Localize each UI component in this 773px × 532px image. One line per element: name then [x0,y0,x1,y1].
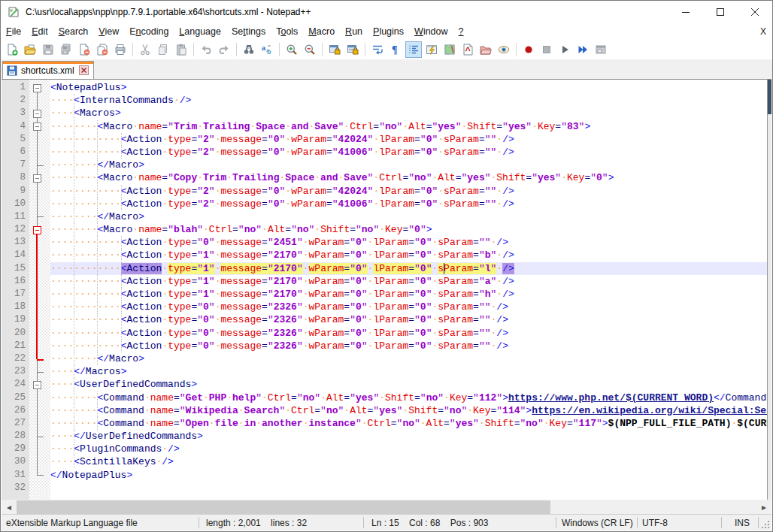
close-all-button[interactable] [94,41,111,58]
fold-collapse-icon[interactable] [33,122,41,131]
code-text[interactable]: ············<Action·type="0"·message="23… [50,340,771,352]
status-encoding[interactable]: UTF-8 [642,515,668,531]
fold-collapse-icon[interactable] [33,226,41,234]
code-text[interactable]: ········</Macro> [50,159,771,171]
code-text[interactable]: ············<Action·type="0"·message="23… [50,301,771,313]
new-file-button[interactable] [4,41,20,58]
code-text[interactable]: ············<Action·type="1"·message="21… [50,249,771,261]
status-insert-mode[interactable]: INS [735,515,750,531]
macro-play-button[interactable] [556,41,573,58]
code-text[interactable]: ········</Macro> [50,352,771,365]
code-text[interactable]: ········<Command·name="Get·PHP·help"·Ctr… [50,391,771,404]
code-text[interactable]: ····</Macros> [50,365,771,378]
menu-item-macro[interactable]: Macro [303,24,340,39]
code-text[interactable]: ············<Action·type="1"·message="21… [50,288,771,301]
code-text[interactable]: ····<PluginCommands·/> [50,443,771,455]
menu-item-language[interactable]: Language [174,24,226,39]
undo-button[interactable] [198,41,214,58]
code-text[interactable]: ····</UserDefinedCommands> [50,430,771,443]
paste-button[interactable] [173,41,189,58]
tab-close-icon[interactable] [79,65,89,75]
horizontal-scrollbar-thumb[interactable] [17,500,550,514]
menu-item-settings[interactable]: Settings [226,24,271,39]
code-text[interactable]: ····<UserDefinedCommands> [50,378,771,391]
menu-item-help[interactable]: ? [453,24,469,39]
show-all-characters-button[interactable]: ¶ [387,41,404,58]
code-text[interactable]: ········<Macro·name="blah"·Ctrl="no"·Alt… [50,223,771,236]
menu-item-tools[interactable]: Tools [271,24,303,39]
save-all-button[interactable] [58,41,74,58]
code-text[interactable]: ············<Action·type="2"·message="0"… [50,185,771,198]
menubar-close-document-button[interactable]: X [760,26,766,37]
replace-button[interactable]: ab [259,41,275,58]
macro-stop-button[interactable] [538,41,555,58]
code-text[interactable]: ········<Macro·name="Trim·Trailing·Space… [50,120,771,133]
code-text[interactable]: ············<Action·type="1"·message="21… [50,262,771,275]
menu-item-view[interactable]: View [93,24,124,39]
show-indent-guide-button[interactable] [405,41,422,58]
fold-collapse-icon[interactable] [33,84,41,92]
code-text[interactable]: ····<InternalCommands·/> [50,94,771,107]
sync-horizontal-button[interactable] [344,41,361,58]
code-text[interactable]: ····<Macros> [50,107,771,119]
document-map-button[interactable] [441,41,458,58]
open-file-button[interactable] [22,41,38,58]
user-defined-dialog-button[interactable] [423,41,440,58]
vertical-scrollbar[interactable] [767,80,771,500]
function-list-button[interactable] [459,41,476,58]
monitoring-button[interactable] [496,41,512,58]
folder-as-workspace-button[interactable] [477,41,494,58]
scroll-right-arrow[interactable]: ▸ [756,500,771,515]
menu-item-edit[interactable]: Edit [26,24,53,39]
code-text[interactable]: ············<Action·type="0"·message="23… [50,313,771,326]
fold-margin-cell[interactable] [29,223,50,236]
code-text[interactable]: <NotepadPlus> [50,81,771,94]
minimize-button[interactable] [668,1,703,23]
code-text[interactable]: ············<Action·type="0"·message="23… [50,327,771,340]
code-text[interactable]: ····<ScintillaKeys·/> [50,455,771,468]
fold-margin-cell[interactable] [29,378,50,391]
code-text[interactable]: </NotepadPlus> [50,469,771,482]
fold-margin-cell[interactable] [29,81,50,94]
save-file-button[interactable] [40,41,56,58]
copy-button[interactable] [155,41,171,58]
print-button[interactable] [112,41,129,58]
code-text[interactable]: ············<Action·type="2"·message="0"… [50,198,771,210]
menu-item-file[interactable]: File [1,24,26,39]
menu-item-run[interactable]: Run [340,24,368,39]
redo-button[interactable] [216,41,232,58]
word-wrap-button[interactable] [369,41,386,58]
fold-margin-cell[interactable] [29,120,50,133]
scroll-left-arrow[interactable]: ◂ [2,500,17,515]
menu-item-window[interactable]: Window [409,24,453,39]
code-text[interactable]: ············<Action·type="2"·message="0"… [50,146,771,159]
menu-item-search[interactable]: Search [53,24,94,39]
zoom-out-button[interactable] [302,41,318,58]
macro-save-button[interactable] [593,41,609,58]
fold-margin-cell[interactable] [29,107,50,119]
code-text[interactable]: ············<Action·type="1"·message="21… [50,275,771,288]
code-text[interactable]: ············<Action·type="0"·message="24… [50,236,771,249]
zoom-in-button[interactable] [283,41,300,58]
cut-button[interactable] [137,41,153,58]
code-text[interactable] [50,482,771,494]
status-eol-format[interactable]: Windows (CR LF) [562,515,633,531]
resize-grip[interactable] [761,520,770,529]
fold-margin-cell[interactable] [29,171,50,184]
menu-item-plugins[interactable]: Plugins [368,24,409,39]
macro-run-multiple-button[interactable] [574,41,591,58]
fold-collapse-icon[interactable] [33,174,41,183]
maximize-button[interactable] [703,1,738,23]
find-button[interactable] [241,41,257,58]
menu-item-encoding[interactable]: Encoding [124,24,174,39]
fold-collapse-icon[interactable] [33,110,41,118]
macro-record-button[interactable] [520,41,537,58]
code-text[interactable]: ········<Command·name="Open·file·in·anot… [50,417,771,430]
horizontal-scrollbar[interactable]: ◂ ▸ [2,500,771,515]
close-button[interactable] [738,1,772,23]
close-file-button[interactable] [76,41,92,58]
code-text[interactable]: ········<Macro·name="Copy·Trim·Trailing·… [50,171,771,184]
tab-shortcuts-xml[interactable]: shortcuts.xml [2,61,94,79]
editor[interactable]: 1<NotepadPlus>2····<InternalCommands·/>3… [2,79,771,500]
sync-vertical-button[interactable] [326,41,343,58]
